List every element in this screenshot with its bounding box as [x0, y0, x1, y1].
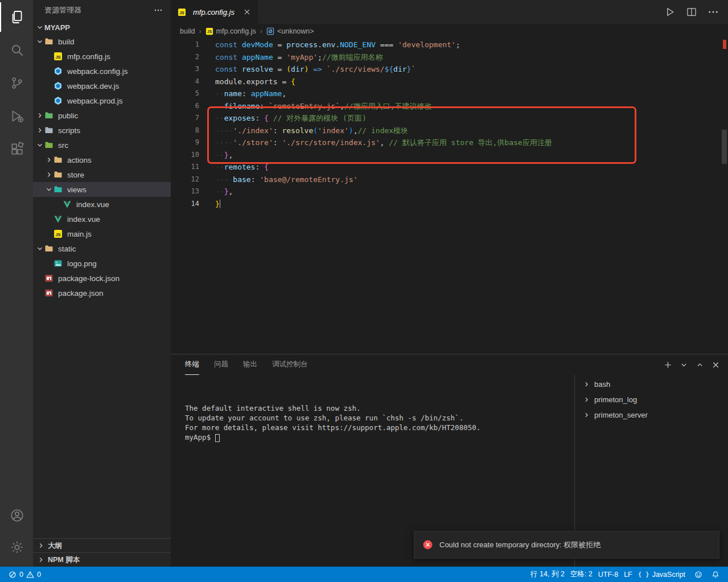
svg-text:JS: JS	[55, 55, 60, 60]
editor-scrollbar[interactable]	[720, 39, 728, 354]
panel-tab-problems[interactable]: 问题	[214, 354, 228, 375]
tree-item-views[interactable]: views	[33, 182, 171, 197]
code-line: 9····'./store': './src/store/index.js', …	[171, 137, 728, 149]
scrollbar-thumb[interactable]	[722, 130, 727, 164]
tree-item-logo-png[interactable]: logo.png	[33, 256, 171, 271]
terminal-dropdown-icon[interactable]	[680, 361, 688, 369]
explorer-icon	[10, 10, 24, 24]
activity-search[interactable]	[0, 35, 33, 65]
status-indentation[interactable]: 空格: 2	[567, 567, 595, 582]
new-terminal-icon[interactable]	[664, 361, 672, 369]
tree-item-mfp-config-js[interactable]: JSmfp.config.js	[33, 49, 171, 64]
project-root-myapp[interactable]: MYAPP	[33, 20, 171, 34]
tree-item-static[interactable]: static	[33, 241, 171, 256]
status-cursor-position-label: 行 14, 列 2	[530, 569, 565, 579]
project-root-label: MYAPP	[44, 23, 70, 32]
tree-item-label: main.js	[67, 230, 92, 238]
status-eol[interactable]: LF	[621, 567, 635, 582]
sidebar-bottom-sections: 大纲NPM 脚本	[33, 538, 171, 567]
code-line: 5··name: appName,	[171, 88, 728, 100]
status-cursor-position[interactable]: 行 14, 列 2	[528, 567, 567, 582]
terminal-line: For more details, please visit https://s…	[185, 423, 574, 432]
tree-item-package-lock-json[interactable]: package-lock.json	[33, 271, 171, 286]
tree-item-store[interactable]: store	[33, 167, 171, 182]
code-text: module.exports = {	[199, 76, 295, 88]
tab-close-icon[interactable]	[243, 8, 251, 16]
tree-item-webpack-dev-js[interactable]: webpack.dev.js	[33, 79, 171, 93]
panel-tab-terminal[interactable]: 终端	[185, 354, 199, 375]
editor-more-actions-icon[interactable]	[708, 6, 719, 18]
activity-account[interactable]	[0, 501, 33, 530]
status-feedback[interactable]	[692, 567, 705, 582]
terminal-entry-primeton-server[interactable]: primeton_server	[575, 407, 728, 423]
tree-item-label: webpack.config.js	[67, 67, 128, 76]
tree-item-label: public	[58, 112, 78, 120]
code-text: }	[199, 198, 220, 210]
line-number: 12	[171, 174, 199, 186]
tree-item-label: views	[67, 185, 87, 194]
tree-item-scripts[interactable]: scripts	[33, 123, 171, 138]
activity-settings[interactable]	[0, 533, 33, 562]
close-panel-icon[interactable]	[711, 361, 720, 369]
code-line: 11··remotes: {	[171, 161, 728, 174]
sidebar-title: 资源管理器	[44, 5, 81, 15]
folder-icon	[44, 111, 56, 120]
code-text: const resolve = (dir) => `./src/views/${…	[199, 63, 416, 76]
status-language[interactable]: { }JavaScript	[635, 567, 688, 582]
tree-item-src[interactable]: src	[33, 138, 171, 152]
code-editor[interactable]: 1const devMode = process.env.NODE_ENV ==…	[171, 39, 728, 354]
status-notifications[interactable]	[709, 567, 722, 582]
terminal-entry-label: primeton_server	[594, 411, 648, 419]
panel-tab-debug-console[interactable]: 调试控制台	[272, 354, 308, 375]
svg-text:JS: JS	[55, 232, 60, 237]
breadcrumb-label: mfp.config.js	[216, 27, 256, 35]
terminal-chevron-icon	[583, 381, 590, 388]
terminal-entry-bash[interactable]: bash	[575, 377, 728, 392]
terminal-entry-primeton-log[interactable]: primeton_log	[575, 392, 728, 407]
tree-item-package-json[interactable]: package.json	[33, 286, 171, 300]
folder-icon	[44, 126, 56, 135]
run-button[interactable]	[664, 6, 676, 18]
tree-item-webpack-prod-js[interactable]: webpack.prod.js	[33, 93, 171, 108]
folder-icon	[44, 244, 56, 253]
code-line: 7··exposes: { // 对外暴露的模块 (页面)	[171, 112, 728, 125]
outline-section[interactable]: 大纲	[33, 538, 171, 552]
notification-toast[interactable]: Could not create temporary directory: 权限…	[414, 531, 719, 559]
code-line: 3const resolve = (dir) => `./src/views/$…	[171, 63, 728, 76]
tree-item-main-js[interactable]: JSmain.js	[33, 226, 171, 241]
tree-item-index-vue[interactable]: index.vue	[33, 212, 171, 226]
activity-explorer[interactable]	[0, 2, 33, 32]
tree-item-index-vue[interactable]: index.vue	[33, 197, 171, 212]
breadcrumb-item-build[interactable]: build	[180, 27, 195, 35]
tab-mfp-config-js[interactable]: JS mfp.config.js	[171, 0, 258, 24]
tree-item-actions[interactable]: actions	[33, 152, 171, 167]
sidebar-more-actions-icon[interactable]	[154, 6, 163, 15]
npm-file-icon	[44, 288, 56, 298]
activity-extensions[interactable]	[0, 134, 33, 164]
chevron-right-icon	[44, 170, 54, 179]
breadcrumb-label: <unknown>	[277, 27, 314, 35]
tab-bar: JS mfp.config.js	[171, 0, 728, 24]
tree-item-webpack-config-js[interactable]: webpack.config.js	[33, 64, 171, 79]
tree-item-public[interactable]: public	[33, 108, 171, 123]
line-number: 14	[171, 198, 199, 210]
status-problems[interactable]: 0 0	[6, 567, 44, 582]
activity-bar	[0, 0, 33, 567]
breadcrumb-item-mfp-config-js[interactable]: JSmfp.config.js	[205, 27, 256, 35]
status-encoding-label: UTF-8	[598, 571, 618, 579]
breadcrumb-item-unknown-symbol[interactable]: <unknown>	[266, 27, 314, 35]
chevron-right-icon	[35, 126, 44, 135]
source-control-icon	[10, 76, 24, 90]
status-encoding[interactable]: UTF-8	[595, 567, 621, 582]
webpack-file-icon	[54, 81, 65, 90]
tree-item-label: index.vue	[67, 215, 100, 224]
feedback-icon	[694, 571, 702, 579]
panel-tab-output[interactable]: 输出	[243, 354, 257, 375]
split-editor-icon[interactable]	[686, 6, 697, 18]
tree-item-label: logo.png	[67, 259, 97, 268]
activity-run-debug[interactable]	[0, 101, 33, 131]
npm-scripts-section[interactable]: NPM 脚本	[33, 552, 171, 567]
maximize-panel-icon[interactable]	[696, 361, 704, 369]
tree-item-build[interactable]: build	[33, 34, 171, 49]
activity-source-control[interactable]	[0, 68, 33, 98]
